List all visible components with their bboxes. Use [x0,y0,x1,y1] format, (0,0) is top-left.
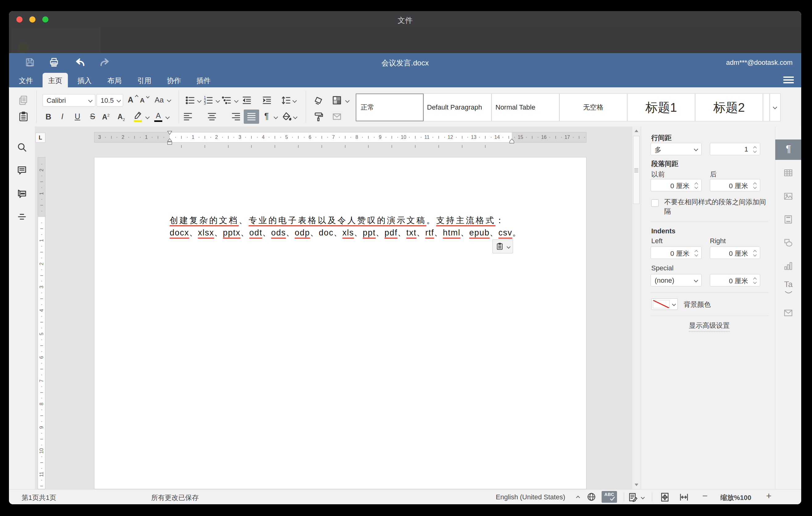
font-name-select[interactable]: Calibri [42,94,95,107]
chevron-down-icon[interactable] [293,115,297,119]
redo-icon[interactable] [99,57,110,67]
hamburger-menu-icon[interactable] [783,77,794,83]
indent-left-stepper[interactable]: 0 厘米 [651,247,701,259]
chevron-down-icon[interactable] [641,495,645,499]
first-line-indent-marker[interactable] [167,131,172,135]
chevron-down-icon[interactable] [234,98,238,103]
copy-icon[interactable] [18,95,29,106]
image-settings-icon[interactable] [783,191,793,202]
bold-icon[interactable]: B [46,113,52,121]
line-spacing-icon[interactable] [281,95,292,106]
tab-collaboration[interactable]: 协作 [167,76,181,85]
stepper-down-icon[interactable] [694,253,698,256]
text-art-icon[interactable]: Ta [775,280,801,289]
chat-icon[interactable] [17,189,27,199]
chevron-down-icon[interactable] [345,98,350,103]
underline-icon[interactable]: U [75,113,80,120]
paragraph-mark-icon[interactable]: ¶ [264,112,269,120]
italic-icon[interactable]: I [61,113,63,120]
scroll-up-icon[interactable] [635,130,638,132]
table-settings-icon[interactable] [783,168,793,178]
minimize-traffic-light[interactable] [29,16,35,23]
hanging-indent-marker[interactable] [167,138,172,145]
tab-stop-selector[interactable]: L [35,133,45,143]
fit-page-icon[interactable] [660,492,670,503]
bullet-list-icon[interactable] [184,95,196,106]
shape-settings-icon[interactable] [783,238,793,248]
decrease-font-icon[interactable]: A [140,97,144,104]
tab-file[interactable]: 文件 [19,76,33,85]
chevron-down-icon[interactable] [88,98,92,103]
comments-icon[interactable] [17,165,27,176]
page-counter[interactable]: 第1页共1页 [22,493,56,503]
print-icon[interactable] [49,57,59,67]
stepper-down-icon[interactable] [753,149,756,152]
tab-layout[interactable]: 布局 [107,76,121,85]
superscript-icon[interactable]: A2 [102,113,110,121]
decrease-indent-icon[interactable] [241,95,252,106]
chevron-down-icon[interactable] [506,245,511,249]
numbered-list-icon[interactable]: 123 [203,95,214,106]
tab-insert[interactable]: 插入 [78,76,92,85]
style-no-spacing[interactable]: 无空格 [559,93,627,121]
clear-style-icon[interactable] [313,95,324,106]
close-traffic-light[interactable] [16,16,23,23]
navigation-icon[interactable] [17,212,27,222]
style-normal[interactable]: 正常 [356,93,424,121]
align-justify-icon[interactable] [246,111,257,122]
scroll-down-icon[interactable] [635,484,638,486]
style-heading1[interactable]: 标题1 [627,93,695,121]
tab-home[interactable]: 主页 [48,76,62,85]
zoom-out-button[interactable]: − [702,491,708,500]
stepper-down-icon[interactable] [694,185,698,189]
line-spacing-stepper[interactable]: 1 [710,143,760,155]
line-spacing-select[interactable]: 多 [651,143,701,155]
indent-right-stepper[interactable]: 0 厘米 [710,247,760,259]
same-style-checkbox[interactable] [651,199,659,207]
align-center-icon[interactable] [206,111,218,122]
align-right-icon[interactable] [230,111,241,122]
fill-color-icon[interactable] [281,111,292,122]
special-indent-select[interactable]: (none) [651,274,701,286]
chevron-down-icon[interactable] [292,98,297,103]
multilevel-list-icon[interactable] [221,95,232,106]
save-icon[interactable] [25,57,35,67]
paste-icon[interactable] [18,111,29,122]
change-case-icon[interactable]: Aa [154,96,164,104]
font-color-icon[interactable]: A [156,112,161,119]
document-page[interactable]: 创建复杂的文档、专业的电子表格以及令人赞叹的演示文稿。支持主流格式： docx、… [94,157,586,489]
advanced-settings-link[interactable]: 显示高级设置 [689,321,730,332]
style-normal-table[interactable]: Normal Table [491,93,559,121]
stepper-down-icon[interactable] [753,253,756,256]
increase-indent-icon[interactable] [261,95,272,106]
spellcheck-icon[interactable]: ABC [602,491,617,503]
undo-icon[interactable] [75,57,85,67]
shading-icon[interactable] [331,95,343,106]
chevron-down-icon[interactable] [165,115,170,119]
increase-font-icon[interactable]: A [128,96,133,104]
strikethrough-icon[interactable]: S [90,113,95,120]
search-icon[interactable] [17,142,27,152]
tab-plugins[interactable]: 插件 [197,76,211,85]
gallery-expand-button[interactable] [770,93,781,121]
stepper-down-icon[interactable] [753,280,756,284]
subscript-icon[interactable]: A2 [118,113,125,122]
vertical-scrollbar[interactable] [632,126,641,489]
scrollbar-thumb[interactable] [633,136,640,204]
spacing-after-stepper[interactable]: 0 厘米 [710,179,760,191]
chevron-down-icon[interactable] [197,98,201,103]
chart-settings-icon[interactable] [783,261,793,271]
mail-merge-icon[interactable] [783,308,793,318]
chevron-down-icon[interactable] [117,98,121,103]
spacing-before-stepper[interactable]: 0 厘米 [651,179,701,191]
font-size-select[interactable]: 10.5 [96,94,123,107]
header-footer-icon[interactable] [783,214,793,225]
style-heading2[interactable]: 标题2 [695,93,763,121]
highlight-color-icon[interactable] [133,110,143,120]
paste-options-button[interactable] [492,239,513,253]
chevron-down-icon[interactable] [167,98,171,102]
zoom-traffic-light[interactable] [42,16,49,23]
track-changes-icon[interactable] [628,492,638,503]
chevron-down-icon[interactable] [216,98,220,103]
set-language-globe-icon[interactable] [586,492,596,502]
